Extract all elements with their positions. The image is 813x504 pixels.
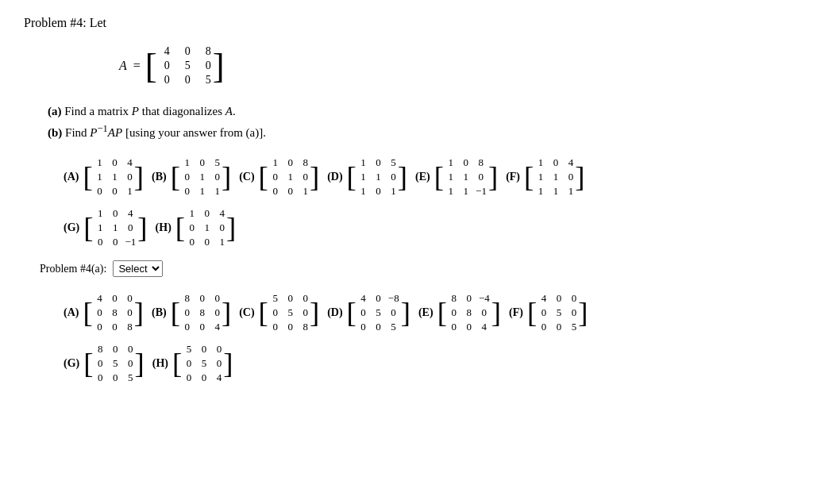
option-b-g: (G) [ 800 050 005 ]: [64, 342, 144, 385]
options-row-a2: (G) [ 104 110 00−1 ] (H) [ 104 010 001 ]: [64, 206, 789, 249]
matrix-a-bracket: [ 4 0 8 0 5 0 0 0 5 ]: [145, 44, 225, 87]
option-b: (B) [ 105 010 011 ]: [152, 156, 231, 198]
options-row-b1: (A) [ 400 080 008 ] (B) [ 800 080 004 ] …: [64, 291, 789, 334]
option-b-e: (E) [ 80−4 080 004 ]: [418, 291, 501, 334]
option-b-a: (A) [ 400 080 008 ]: [64, 291, 144, 334]
option-d: (D) [ 105 110 101 ]: [327, 156, 407, 198]
matrix-row-3: 0 0 5: [159, 73, 211, 87]
bracket-left: [: [145, 44, 157, 87]
option-c: (C) [ 108 010 001 ]: [239, 156, 319, 198]
problem-answer-row-a: Problem #4(a): Select A B C D E F G H: [40, 260, 789, 277]
problem-title: Problem #4: Let: [24, 16, 789, 30]
part-a-text: (a) Find a matrix P that diagonalizes A.: [48, 105, 789, 118]
option-b-h: (H) [ 500 050 004 ]: [152, 342, 233, 385]
option-f: (F) [ 104 110 111 ]: [506, 156, 584, 198]
matrix-row-1: 4 0 8: [159, 44, 211, 59]
answer-label-a: Problem #4(a):: [40, 263, 106, 275]
option-b-d: (D) [ 40−8 050 005 ]: [327, 291, 410, 334]
part-b-text: (b) Find P−1AP [using your answer from (…: [48, 123, 789, 140]
matrix-row-2: 0 5 0: [159, 59, 211, 73]
matrix-a-display: A = [ 4 0 8 0 5 0 0 0 5 ]: [119, 44, 789, 87]
matrix-a-rows: 4 0 8 0 5 0 0 0 5: [159, 44, 211, 87]
option-b-c: (C) [ 500 050 008 ]: [239, 291, 319, 334]
option-h: (H) [ 104 010 001 ]: [156, 206, 237, 249]
option-e: (E) [ 108 110 11−1 ]: [415, 156, 498, 198]
option-b-b: (B) [ 800 080 004 ]: [152, 291, 231, 334]
bracket-right: ]: [213, 44, 225, 87]
options-row-b2: (G) [ 800 050 005 ] (H) [ 500 050 004 ]: [64, 342, 789, 385]
matrix-a-label: A: [119, 59, 127, 73]
option-g: (G) [ 104 110 00−1 ]: [64, 206, 148, 249]
options-row-a1: (A) [ 104 110 001 ] (B) [ 105 010 011 ] …: [64, 156, 789, 198]
answer-select-a[interactable]: Select A B C D E F G H: [113, 260, 163, 277]
option-b-f: (F) [ 400 050 005 ]: [509, 291, 588, 334]
option-a: (A) [ 104 110 001 ]: [64, 156, 144, 198]
